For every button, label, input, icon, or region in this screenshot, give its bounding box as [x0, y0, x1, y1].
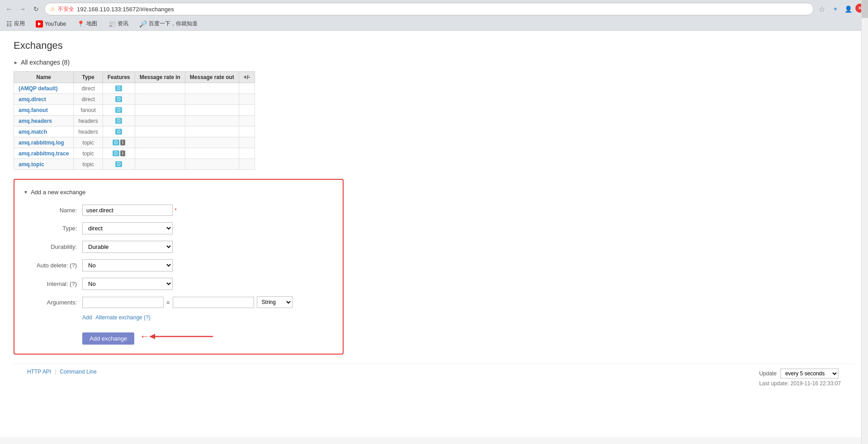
feature-badge[interactable]: I: [120, 140, 125, 145]
exchange-action: [239, 148, 255, 159]
extension-button[interactable]: ✦: [830, 4, 841, 14]
exchange-features: D: [103, 105, 135, 116]
feature-badge[interactable]: D: [115, 107, 122, 113]
bookmark-maps[interactable]: 📍 地图: [74, 19, 100, 28]
add-exchange-toggle[interactable]: ▼ Add a new exchange: [24, 189, 334, 196]
msg-rate-out: [185, 83, 239, 94]
exchange-features: D: [103, 126, 135, 137]
table-row: (AMQP default)directD: [14, 83, 255, 94]
exchange-name[interactable]: amq.fanout: [14, 105, 74, 116]
exchange-features: D: [103, 83, 135, 94]
feature-badge[interactable]: D: [113, 150, 119, 156]
page-title: Exchanges: [14, 40, 854, 51]
exchange-action: [239, 105, 255, 116]
feature-badge[interactable]: D: [115, 85, 122, 91]
insecure-label: 不安全: [58, 5, 74, 13]
update-interval-select[interactable]: every 5 seconds every 10 seconds every 3…: [780, 369, 839, 379]
table-row: amq.fanoutfanoutD: [14, 105, 255, 116]
argument-type-select[interactable]: String Number Boolean List: [257, 296, 292, 308]
feature-badge[interactable]: D: [115, 161, 122, 167]
type-select[interactable]: direct fanout topic headers: [82, 222, 173, 234]
feature-badge[interactable]: D: [115, 118, 122, 124]
internal-select[interactable]: No Yes: [82, 278, 173, 290]
table-row: amq.headersheadersD: [14, 116, 255, 126]
feature-badge[interactable]: D: [115, 129, 122, 135]
exchange-name[interactable]: amq.rabbitmq.log: [14, 137, 74, 148]
msg-rate-in: [135, 105, 185, 116]
argument-key-input[interactable]: [82, 297, 164, 308]
name-input[interactable]: [82, 205, 173, 216]
col-msg-in: Message rate in: [135, 72, 185, 83]
add-exchange-button[interactable]: Add exchange: [82, 332, 134, 345]
auto-delete-label: Auto delete: (?): [24, 262, 82, 269]
exchange-name[interactable]: amq.rabbitmq.trace: [14, 148, 74, 159]
all-exchanges-toggle[interactable]: ► All exchanges (8): [14, 59, 854, 66]
feature-badge[interactable]: D: [115, 96, 122, 102]
profile-button[interactable]: 👤: [843, 4, 854, 14]
type-row: Type: direct fanout topic headers: [24, 222, 334, 234]
exchange-name[interactable]: amq.match: [14, 126, 74, 137]
youtube-favicon: [36, 20, 43, 28]
type-label: Type:: [24, 225, 82, 232]
exchange-features: DI: [103, 137, 135, 148]
msg-rate-in: [135, 148, 185, 159]
exchanges-table: Name Type Features Message rate in Messa…: [14, 71, 255, 170]
bookmark-apps[interactable]: ☷ 应用: [4, 19, 28, 28]
exchange-name[interactable]: amq.headers: [14, 116, 74, 126]
scrollbar-thumb[interactable]: [862, 0, 868, 18]
exchange-name[interactable]: amq.topic: [14, 159, 74, 170]
feature-badge[interactable]: I: [120, 150, 125, 156]
exchange-features: D: [103, 94, 135, 105]
msg-rate-out: [185, 137, 239, 148]
required-star: *: [175, 207, 177, 214]
exchange-name[interactable]: amq.direct: [14, 94, 74, 105]
bookmark-star-button[interactable]: ☆: [816, 4, 827, 14]
msg-rate-in: [135, 116, 185, 126]
arguments-label: Arguments:: [24, 299, 82, 306]
bookmark-baidu[interactable]: 🔎 百度一下，你就知道: [137, 19, 200, 28]
exchange-name[interactable]: (AMQP default): [14, 83, 74, 94]
red-arrow-annotation: ←: [140, 331, 150, 342]
name-row: Name: *: [24, 205, 334, 216]
internal-label: Internal: (?): [24, 280, 82, 287]
arguments-inputs: = String Number Boolean List: [82, 296, 292, 308]
security-warning-icon: ⚠: [50, 6, 55, 12]
add-exchange-section: ▼ Add a new exchange Name: * Type: direc…: [14, 179, 344, 355]
feature-badge[interactable]: D: [113, 140, 119, 145]
exchange-action: [239, 116, 255, 126]
msg-rate-out: [185, 94, 239, 105]
forward-button[interactable]: →: [17, 4, 28, 14]
command-line-link[interactable]: Command Line: [60, 369, 96, 375]
argument-value-input[interactable]: [173, 297, 254, 308]
bookmark-zixun[interactable]: 📰 资讯: [105, 19, 131, 28]
msg-rate-out: [185, 116, 239, 126]
durability-select[interactable]: Durable Transient: [82, 241, 173, 253]
exchange-type: topic: [74, 137, 103, 148]
exchange-type: direct: [74, 94, 103, 105]
arrow-svg: [150, 330, 222, 343]
equals-sign: =: [166, 299, 170, 306]
address-bar[interactable]: ⚠ 不安全 192.168.110.133:15672/#/exchanges: [44, 3, 814, 15]
bookmark-youtube[interactable]: YouTube: [33, 19, 69, 28]
durability-label: Durability:: [24, 243, 82, 250]
back-button[interactable]: ←: [4, 4, 14, 14]
add-argument-link[interactable]: Add: [82, 314, 92, 321]
table-row: amq.topictopicD: [14, 159, 255, 170]
bookmark-youtube-label: YouTube: [45, 21, 66, 27]
http-api-link[interactable]: HTTP API: [27, 369, 51, 375]
scrollbar[interactable]: [861, 0, 868, 437]
msg-rate-in: [135, 137, 185, 148]
table-row: amq.rabbitmq.logtopicDI: [14, 137, 255, 148]
exchange-type: headers: [74, 116, 103, 126]
msg-rate-in: [135, 126, 185, 137]
auto-delete-select[interactable]: No Yes: [82, 259, 173, 271]
table-row: amq.matchheadersD: [14, 126, 255, 137]
col-name: Name: [14, 72, 74, 83]
exchange-action: [239, 83, 255, 94]
msg-rate-out: [185, 126, 239, 137]
msg-rate-out: [185, 148, 239, 159]
msg-rate-in: [135, 159, 185, 170]
reload-button[interactable]: ↻: [31, 4, 42, 14]
alternate-exchange-link[interactable]: Alternate exchange (?): [95, 314, 150, 321]
table-row: amq.rabbitmq.tracetopicDI: [14, 148, 255, 159]
